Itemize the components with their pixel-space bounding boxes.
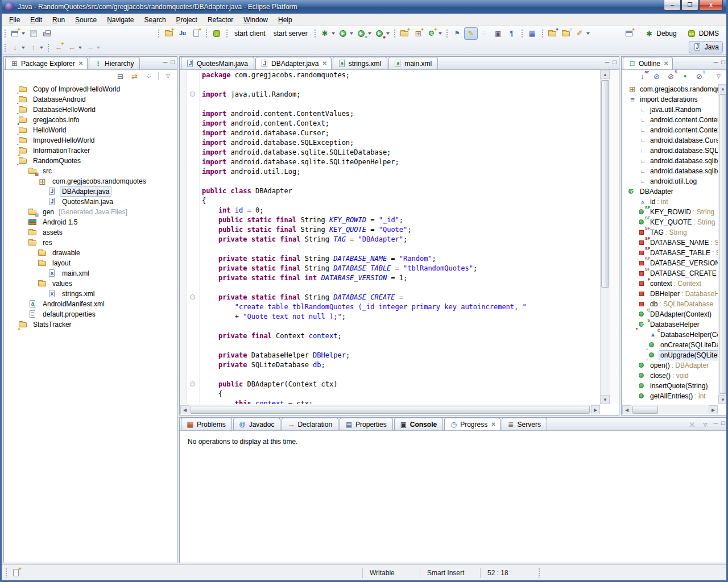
new-junit-test-button[interactable]: Ju (176, 27, 189, 40)
minimize-view-icon[interactable]: ─ (714, 420, 718, 430)
tree-item-layout[interactable]: layout (5, 258, 176, 268)
menu-navigate[interactable]: Navigate (102, 14, 139, 26)
tree-item-main.xml[interactable]: Xmain.xml (5, 268, 176, 278)
maximize-view-icon[interactable]: □ (613, 59, 617, 65)
tree-item-res[interactable]: res (5, 238, 176, 248)
run-button[interactable]: ▶ (337, 27, 355, 40)
outline-item-android-database-sqlite-sqliteopenhelper[interactable]: ∟android.database.sqlite.SQLiteOpenHelpe… (622, 166, 718, 176)
dropdown-arrow-icon[interactable] (439, 32, 442, 35)
menu-source[interactable]: Source (70, 14, 102, 26)
outline-item-java-util-random[interactable]: ∟java.util.Random (622, 105, 718, 115)
minimize-view-icon[interactable]: ─ (714, 59, 718, 65)
external-tools-button[interactable]: ▶■ (373, 27, 391, 40)
hide-local-types-button[interactable]: ⊘L (693, 70, 706, 82)
show-source-button[interactable]: ▣ (491, 27, 505, 40)
dropdown-arrow-icon[interactable] (586, 32, 590, 35)
save-button[interactable] (27, 27, 40, 40)
tree-item-com.gregjacobs.randomquotes[interactable]: ⊞com.gregjacobs.randomquotes (5, 176, 176, 186)
export-button[interactable]: ○ (560, 27, 573, 40)
outline-item-open-[interactable]: open() : DBAdapter (622, 360, 718, 371)
scroll-right-icon[interactable]: ▶ (709, 405, 718, 414)
android-sdk-button[interactable]: ↓ (210, 27, 224, 40)
maximize-view-icon[interactable]: □ (721, 420, 725, 430)
debug-perspective-button[interactable]: ✱Debug (640, 27, 680, 40)
minimize-view-icon[interactable]: ─ (163, 59, 168, 65)
tree-item-strings.xml[interactable]: Xstrings.xml (5, 289, 176, 299)
outline-item-oncreate-sqlitedatabase-[interactable]: ▵onCreate(SQLiteDatabase) (622, 340, 718, 350)
menu-project[interactable]: Project (171, 14, 202, 26)
outline-item-database-create[interactable]: SFDATABASE_CREATE : String (622, 268, 718, 278)
editor-vertical-scrollbar[interactable]: ▲ ▼ (600, 70, 610, 404)
outline-item-database-name[interactable]: SFDATABASE_NAME : String (622, 238, 718, 248)
last-edit-location-button[interactable]: ←✦ (52, 41, 65, 54)
next-annotation-button[interactable]: ↓ (9, 41, 27, 54)
tree-item-gen[interactable]: ⊞gen[Generated Java Files] (5, 207, 176, 217)
close-tab-icon[interactable]: ✕ (78, 60, 83, 66)
new-java-project-button[interactable]: ✦ (398, 27, 412, 40)
tree-item-helloworld[interactable]: ▪HelloWorld (5, 125, 176, 135)
new-android-xml-button[interactable]: ✦ (189, 27, 203, 40)
view-tab-javadoc[interactable]: @Javadoc (233, 418, 281, 430)
tree-item-src[interactable]: ⊞src (5, 166, 176, 176)
scroll-down-icon[interactable]: ▼ (718, 395, 727, 404)
menu-file[interactable]: File (4, 14, 25, 26)
view-tab-hierarchy[interactable]: ⁝Hierarchy (89, 57, 140, 69)
dropdown-arrow-icon[interactable] (386, 32, 390, 35)
outline-item-dbadapter-context-[interactable]: CDBAdapter(Context) (622, 309, 718, 319)
link-with-editor-button[interactable]: ⁘ (478, 27, 491, 40)
maximize-view-icon[interactable]: □ (721, 59, 725, 65)
outline-item-android-content-contentvalues[interactable]: ∟android.content.ContentValues (622, 115, 718, 125)
close-tab-icon[interactable]: ✕ (322, 60, 326, 66)
outline-item-tag[interactable]: SFTAG : String (622, 227, 718, 238)
outline-item-databasehelper-context-[interactable]: ▲CDatabaseHelper(Context) (622, 330, 718, 340)
maximize-view-icon[interactable]: □ (171, 59, 175, 65)
filters-button[interactable]: ⁘ (142, 70, 155, 82)
tree-item-informationtracker[interactable]: ▲InformationTracker (5, 146, 176, 156)
view-tab-progress[interactable]: ◷Progress✕ (444, 418, 500, 430)
tree-item-randomquotes[interactable]: ▪RandomQuotes (5, 156, 176, 166)
previous-annotation-button[interactable]: ↑ (27, 41, 45, 54)
java-perspective-button[interactable]: JJava (689, 41, 723, 53)
outline-vertical-scrollbar[interactable]: ▲ ▼ (718, 84, 727, 404)
outline-item-close-[interactable]: close() : void (622, 371, 718, 381)
new-class-button[interactable]: C✦ (425, 27, 444, 40)
view-menu-button[interactable]: ▽ (162, 70, 175, 82)
outline-item-android-content-context[interactable]: ∟android.content.Context (622, 125, 718, 135)
outline-item-android-database-sqlexception[interactable]: ∟android.database.SQLException (622, 146, 718, 156)
new-android-project-button[interactable]: ✦ (162, 27, 176, 40)
hide-fields-button[interactable]: ⊘ (650, 70, 663, 82)
close-button[interactable]: x (699, 0, 723, 11)
close-tab-icon[interactable]: ✕ (491, 421, 495, 427)
tree-item-databasehelloworld[interactable]: ▪DatabaseHelloWorld (5, 105, 176, 115)
scroll-up-icon[interactable]: ▲ (718, 84, 727, 93)
open-perspective-button[interactable]: ✦ (621, 27, 638, 40)
view-tab-properties[interactable]: ▤Properties (340, 418, 393, 430)
editor-tab-dbadapter-java[interactable]: JDBAdapter.java✕ (255, 57, 332, 69)
editor-tab-main-xml[interactable]: amain.xml (388, 57, 438, 69)
dropdown-arrow-icon[interactable] (368, 32, 371, 35)
view-tab-package-explorer[interactable]: ⊞Package Explorer✕ (5, 57, 88, 69)
tree-item-android-1.5[interactable]: Android 1.5 (5, 217, 176, 227)
tree-item-databaseandroid[interactable]: ▪DatabaseAndroid (5, 94, 176, 105)
outline-item-database-table[interactable]: SFDATABASE_TABLE : String (622, 248, 718, 258)
hide-static-button[interactable]: ⊘S (664, 70, 677, 82)
tree-item-drawable[interactable]: drawable (5, 248, 176, 258)
outline-item-id[interactable]: ▵id : int (622, 197, 718, 207)
view-tab-declaration[interactable]: →Declaration (282, 418, 338, 430)
outline-item-database-version[interactable]: SFDATABASE_VERSION : int (622, 258, 718, 268)
minimize-button[interactable]: – (664, 0, 681, 11)
cancel-operation-button[interactable]: ✕ (688, 420, 697, 430)
editor-tab-strings-xml[interactable]: astrings.xml (333, 57, 387, 69)
outline-item-key-quote[interactable]: SFKEY_QUOTE : String (622, 217, 718, 227)
start-client-button[interactable]: start client (230, 27, 270, 40)
outline-item-key-rowid[interactable]: SFKEY_ROWID : String (622, 207, 718, 217)
scroll-left-icon[interactable]: ◀ (622, 405, 631, 414)
forward-button[interactable]: → (84, 41, 102, 54)
view-tab-problems[interactable]: ▦Problems (181, 418, 232, 430)
new-package-button[interactable]: ⊞✦ (412, 27, 425, 40)
fold-collapse-icon[interactable] (190, 294, 195, 300)
outline-item-import-declarations[interactable]: ≡import declarations (622, 94, 718, 105)
link-with-editor-button[interactable]: ⇄ (128, 70, 141, 82)
tree-item-values[interactable]: values (5, 278, 176, 289)
start-server-button[interactable]: start server (270, 27, 312, 40)
